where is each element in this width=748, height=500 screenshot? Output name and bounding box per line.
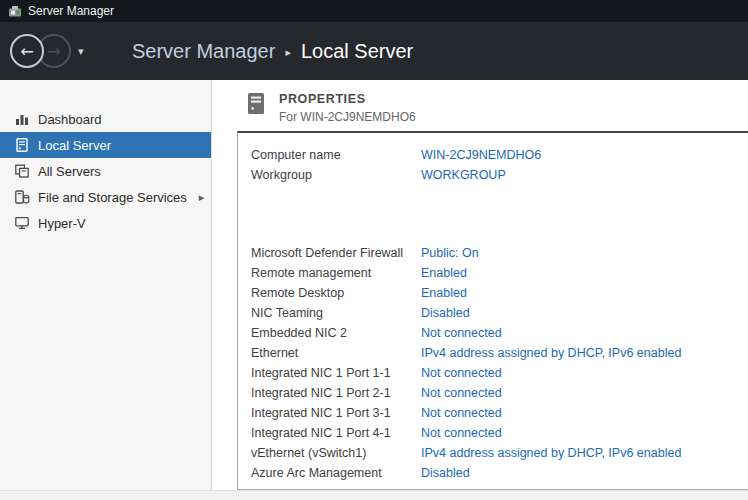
breadcrumb: Server Manager ▸ Local Server [132, 40, 413, 63]
property-row: NIC Teaming Disabled [251, 303, 748, 323]
sidebar-item-local-server[interactable]: Local Server [0, 132, 211, 158]
sidebar-item-label: Dashboard [38, 112, 102, 127]
property-row: Azure Arc Management Disabled [251, 463, 748, 483]
property-label: Computer name [251, 148, 421, 162]
properties-panel: Computer name WIN-2CJ9NEMDHO6 Workgroup … [237, 131, 748, 490]
dashboard-icon [14, 111, 30, 127]
property-label: Azure Arc Management [251, 466, 421, 480]
sidebar-item-all-servers[interactable]: All Servers [0, 158, 211, 184]
sidebar-item-label: Hyper-V [38, 216, 86, 231]
property-label: Remote Desktop [251, 286, 421, 300]
property-value-link[interactable]: Not connected [421, 426, 502, 440]
properties-status-group: Microsoft Defender Firewall Public: On R… [251, 243, 748, 483]
property-value-link[interactable]: IPv4 address assigned by DHCP, IPv6 enab… [421, 446, 681, 460]
property-row: Integrated NIC 1 Port 2-1 Not connected [251, 383, 748, 403]
property-row: Workgroup WORKGROUP [251, 165, 748, 185]
property-label: NIC Teaming [251, 306, 421, 320]
property-row: Computer name WIN-2CJ9NEMDHO6 [251, 145, 748, 165]
property-value-link[interactable]: Not connected [421, 386, 502, 400]
sidebar-item-file-storage-services[interactable]: File and Storage Services ▸ [0, 184, 211, 210]
property-label: Remote management [251, 266, 421, 280]
property-label: Integrated NIC 1 Port 2-1 [251, 386, 421, 400]
sidebar-item-label: All Servers [38, 164, 101, 179]
back-button[interactable]: ← [10, 34, 44, 68]
property-value-link[interactable]: Not connected [421, 406, 502, 420]
property-row: Remote Desktop Enabled [251, 283, 748, 303]
property-row: Remote management Enabled [251, 263, 748, 283]
property-label: Integrated NIC 1 Port 4-1 [251, 426, 421, 440]
property-label: vEthernet (vSwitch1) [251, 446, 421, 460]
server-manager-window: Server Manager → ← ▾ Server Manager ▸ Lo… [0, 0, 748, 500]
main-area: Dashboard Local Server [0, 80, 748, 490]
property-label: Workgroup [251, 168, 421, 182]
expand-chevron-icon[interactable]: ▸ [199, 191, 205, 204]
property-value-link[interactable]: WIN-2CJ9NEMDHO6 [421, 148, 541, 162]
property-label: Microsoft Defender Firewall [251, 246, 421, 260]
property-value-link[interactable]: Enabled [421, 286, 467, 300]
property-value-link[interactable]: IPv4 address assigned by DHCP, IPv6 enab… [421, 346, 681, 360]
property-label: Integrated NIC 1 Port 3-1 [251, 406, 421, 420]
property-row: Embedded NIC 2 Not connected [251, 323, 748, 343]
sidebar-item-label: File and Storage Services [38, 190, 187, 205]
all-servers-icon [14, 163, 30, 179]
property-row: Integrated NIC 1 Port 4-1 Not connected [251, 423, 748, 443]
window-title: Server Manager [28, 4, 114, 18]
properties-title: PROPERTIES [279, 92, 416, 106]
property-row: Integrated NIC 1 Port 1-1 Not connected [251, 363, 748, 383]
property-label: Embedded NIC 2 [251, 326, 421, 340]
sidebar: Dashboard Local Server [0, 80, 212, 490]
property-value-link[interactable]: WORKGROUP [421, 168, 506, 182]
breadcrumb-server-manager[interactable]: Server Manager [132, 40, 275, 63]
properties-subtitle: For WIN-2CJ9NEMDHO6 [279, 110, 416, 124]
hyperv-icon [14, 215, 30, 231]
titlebar: Server Manager [0, 0, 748, 22]
properties-identity-group: Computer name WIN-2CJ9NEMDHO6 Workgroup … [251, 145, 748, 185]
property-value-link[interactable]: Not connected [421, 326, 502, 340]
property-row: Integrated NIC 1 Port 3-1 Not connected [251, 403, 748, 423]
local-server-content: PROPERTIES For WIN-2CJ9NEMDHO6 Computer … [212, 80, 748, 490]
navigation-banner: → ← ▾ Server Manager ▸ Local Server [0, 22, 748, 80]
sidebar-item-dashboard[interactable]: Dashboard [0, 106, 211, 132]
property-row: Microsoft Defender Firewall Public: On [251, 243, 748, 263]
sidebar-item-hyper-v[interactable]: Hyper-V [0, 210, 211, 236]
property-row: vEthernet (vSwitch1) IPv4 address assign… [251, 443, 748, 463]
property-value-link[interactable]: Disabled [421, 466, 470, 480]
properties-server-icon [245, 92, 267, 131]
property-value-link[interactable]: Enabled [421, 266, 467, 280]
property-value-link[interactable]: Disabled [421, 306, 470, 320]
nav-history-caret-icon[interactable]: ▾ [78, 45, 84, 58]
nav-buttons: → ← ▾ [10, 31, 94, 71]
property-value-link[interactable]: Not connected [421, 366, 502, 380]
server-manager-app-icon [8, 4, 22, 18]
property-label: Integrated NIC 1 Port 1-1 [251, 366, 421, 380]
property-label: Ethernet [251, 346, 421, 360]
sidebar-item-label: Local Server [38, 138, 111, 153]
property-row: Ethernet IPv4 address assigned by DHCP, … [251, 343, 748, 363]
horizontal-scrollbar[interactable] [0, 490, 748, 500]
breadcrumb-separator-icon: ▸ [285, 46, 291, 59]
properties-header: PROPERTIES For WIN-2CJ9NEMDHO6 [212, 80, 748, 131]
property-value-link[interactable]: Public: On [421, 246, 479, 260]
breadcrumb-local-server: Local Server [301, 40, 413, 63]
storage-icon [14, 189, 30, 205]
server-icon [14, 137, 30, 153]
